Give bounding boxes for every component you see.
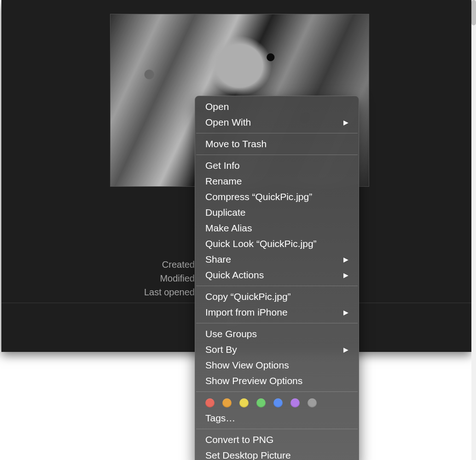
menu-tags[interactable]: Tags… bbox=[195, 410, 359, 426]
menu-sort-by[interactable]: Sort By ▶ bbox=[195, 342, 359, 357]
submenu-arrow-icon: ▶ bbox=[343, 343, 348, 356]
menu-separator bbox=[196, 133, 358, 133]
tag-orange[interactable] bbox=[222, 398, 232, 408]
menu-quick-actions[interactable]: Quick Actions ▶ bbox=[195, 267, 359, 283]
context-menu[interactable]: Open Open With ▶ Move to Trash Get Info … bbox=[195, 96, 359, 460]
menu-separator bbox=[196, 323, 358, 323]
menu-quick-look[interactable]: Quick Look “QuickPic.jpg” bbox=[195, 236, 359, 252]
menu-rename[interactable]: Rename bbox=[195, 173, 359, 189]
menu-convert-to-png[interactable]: Convert to PNG bbox=[195, 432, 359, 448]
menu-make-alias[interactable]: Make Alias bbox=[195, 220, 359, 236]
menu-show-view-options[interactable]: Show View Options bbox=[195, 357, 359, 373]
tag-purple[interactable] bbox=[290, 398, 300, 408]
modified-label: Modified bbox=[1, 271, 195, 285]
menu-duplicate[interactable]: Duplicate bbox=[195, 205, 359, 220]
menu-use-groups[interactable]: Use Groups bbox=[195, 326, 359, 342]
last-opened-label: Last opened bbox=[1, 285, 195, 299]
menu-open-with[interactable]: Open With ▶ bbox=[195, 115, 359, 130]
menu-import-from-iphone[interactable]: Import from iPhone ▶ bbox=[195, 305, 359, 320]
tag-blue[interactable] bbox=[273, 398, 283, 408]
menu-separator bbox=[196, 391, 358, 392]
menu-compress[interactable]: Compress “QuickPic.jpg” bbox=[195, 189, 359, 205]
tag-yellow[interactable] bbox=[239, 398, 249, 408]
menu-separator bbox=[196, 286, 358, 286]
menu-move-to-trash[interactable]: Move to Trash bbox=[195, 136, 359, 152]
menu-share[interactable]: Share ▶ bbox=[195, 252, 359, 267]
menu-open[interactable]: Open bbox=[195, 99, 359, 115]
scrollbar-thumb[interactable] bbox=[471, 0, 476, 25]
submenu-arrow-icon: ▶ bbox=[343, 115, 348, 129]
menu-set-desktop-picture[interactable]: Set Desktop Picture bbox=[195, 448, 359, 460]
tag-green[interactable] bbox=[256, 398, 266, 408]
tag-red[interactable] bbox=[205, 398, 215, 408]
submenu-arrow-icon: ▶ bbox=[343, 253, 348, 266]
menu-separator bbox=[196, 155, 358, 155]
submenu-arrow-icon: ▶ bbox=[343, 305, 348, 319]
menu-separator bbox=[196, 429, 358, 429]
page-scrollbar[interactable] bbox=[471, 0, 476, 460]
created-label: Created bbox=[1, 258, 195, 271]
menu-copy[interactable]: Copy “QuickPic.jpg” bbox=[195, 289, 359, 305]
menu-tags-colors bbox=[195, 395, 359, 410]
menu-show-preview-options[interactable]: Show Preview Options bbox=[195, 373, 359, 389]
submenu-arrow-icon: ▶ bbox=[343, 268, 348, 282]
menu-get-info[interactable]: Get Info bbox=[195, 158, 359, 173]
tag-gray[interactable] bbox=[308, 398, 317, 408]
